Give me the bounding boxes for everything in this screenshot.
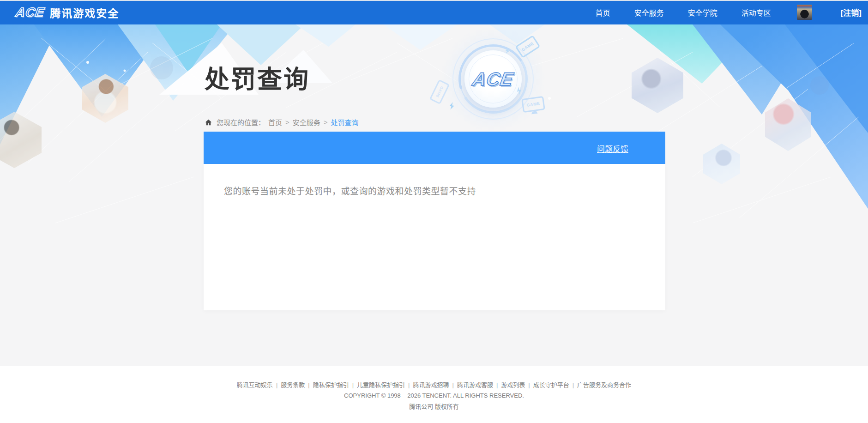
breadcrumb-current[interactable]: 处罚查询: [331, 117, 359, 127]
deco-triangle: [0, 24, 157, 145]
character-hexagon: [632, 58, 683, 113]
breadcrumb-separator: >: [285, 118, 289, 126]
footer-links: 腾讯互动娱乐|服务条款|隐私保护指引|儿童隐私保护指引|腾讯游戏招聘|腾讯游戏客…: [0, 366, 868, 389]
brand-title: 腾讯游戏安全: [50, 5, 119, 20]
logout-link[interactable]: [注销]: [841, 6, 862, 18]
footer-link-ad-business[interactable]: 广告服务及商务合作: [577, 381, 631, 388]
ace-logo: ACE: [14, 5, 46, 20]
nav-item-home[interactable]: 首页: [596, 7, 610, 18]
ace-emblem-arc: [452, 38, 534, 120]
breadcrumb: 您现在的位置： 首页 > 安全服务 > 处罚查询: [205, 117, 359, 127]
character-hexagon: [703, 144, 740, 184]
breadcrumb-separator: >: [324, 118, 328, 126]
footer-separator: |: [352, 381, 354, 388]
footer-link-ient[interactable]: 腾讯互动娱乐: [237, 381, 273, 388]
lightning-icon: [503, 47, 512, 55]
character-hexagon: [765, 98, 811, 151]
page-title: 处罚查询: [205, 59, 310, 96]
footer-company: 腾讯公司 版权所有: [0, 402, 868, 411]
breadcrumb-home[interactable]: 首页: [268, 117, 282, 127]
footer-separator: |: [408, 381, 410, 388]
footer-copyright: COPYRIGHT © 1998 – 2026 TENCENT. ALL RIG…: [0, 392, 868, 399]
nav-item-security-academy[interactable]: 安全学院: [688, 7, 717, 18]
deco-triangle: [679, 24, 817, 115]
breadcrumb-prefix: 您现在的位置：: [217, 117, 265, 127]
footer-separator: |: [452, 381, 454, 388]
feedback-link[interactable]: 问题反馈: [597, 143, 628, 154]
deco-triangle: [627, 24, 759, 84]
footer-separator: |: [496, 381, 498, 388]
lightning-icon: [447, 102, 457, 111]
ace-emblem-ring: [459, 45, 527, 113]
main-nav: 首页 安全服务 安全学院 活动专区 [注销]: [596, 0, 862, 24]
deco-triangle: [383, 24, 457, 50]
deco-triangle: [295, 24, 356, 47]
ace-emblem: ACE: [464, 50, 522, 108]
breadcrumb-security-services[interactable]: 安全服务: [293, 117, 320, 127]
character-hexagon: [0, 112, 42, 168]
brand[interactable]: ACE 腾讯游戏安全: [16, 5, 119, 20]
footer-separator: |: [528, 381, 530, 388]
ace-emblem-glow: [440, 26, 546, 132]
game-tablet-icon: GAME: [515, 35, 541, 58]
ace-emblem-ring: [452, 38, 534, 120]
deco-triangle: [489, 24, 545, 44]
deco-triangle: [18, 24, 212, 117]
footer-link-privacy[interactable]: 隐私保护指引: [313, 381, 349, 388]
game-phone-icon: GAME: [429, 79, 450, 105]
deco-circle: [150, 56, 173, 79]
query-banner: 问题反馈: [204, 132, 665, 164]
deco-triangle: [720, 24, 868, 218]
ace-emblem-arc: [446, 32, 540, 126]
result-message: 您的账号当前未处于处罚中，或查询的游戏和处罚类型暂不支持: [204, 164, 665, 197]
result-card: 您的账号当前未处于处罚中，或查询的游戏和处罚类型暂不支持: [204, 164, 665, 310]
footer-link-terms[interactable]: 服务条款: [281, 381, 305, 388]
footer-link-careers[interactable]: 腾讯游戏招聘: [413, 381, 449, 388]
footer-link-game-list[interactable]: 游戏列表: [501, 381, 525, 388]
user-avatar[interactable]: [797, 5, 812, 20]
footer: 腾讯互动娱乐|服务条款|隐私保护指引|儿童隐私保护指引|腾讯游戏招聘|腾讯游戏客…: [0, 366, 868, 423]
nav-item-security-services[interactable]: 安全服务: [634, 7, 664, 18]
ace-emblem-logo: ACE: [471, 69, 515, 90]
nav-item-activity-zone[interactable]: 活动专区: [741, 7, 771, 18]
footer-link-children-privacy[interactable]: 儿童隐私保护指引: [357, 381, 405, 388]
footer-separator: |: [276, 381, 277, 388]
top-navbar: ACE 腾讯游戏安全 首页 安全服务 安全学院 活动专区 [注销]: [0, 0, 868, 24]
lightning-icon: [514, 86, 524, 96]
game-monitor-icon: GAME: [521, 96, 545, 113]
footer-separator: |: [573, 381, 574, 388]
deco-triangle: [785, 24, 868, 133]
footer-link-guardian-platform[interactable]: 成长守护平台: [533, 381, 569, 388]
footer-link-customer-service[interactable]: 腾讯游戏客服: [457, 381, 493, 388]
deco-circle: [810, 76, 829, 95]
character-hexagon: [82, 74, 128, 123]
home-icon: [205, 119, 212, 126]
footer-separator: |: [308, 381, 309, 388]
